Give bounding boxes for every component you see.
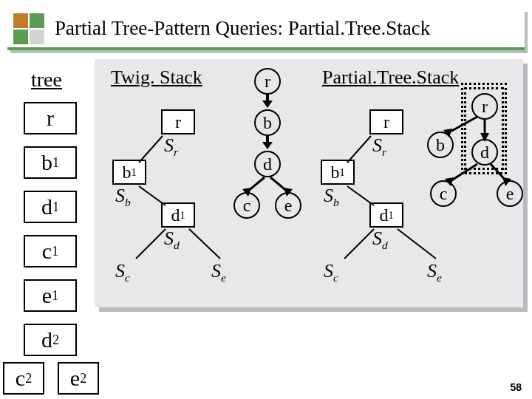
node-sub: 1: [52, 155, 59, 171]
tree-node-r: r: [24, 102, 77, 134]
cell-text: b: [122, 163, 131, 183]
circ-text: r: [265, 72, 270, 92]
tree-node-e1: e1: [24, 279, 77, 312]
node-text: c: [16, 366, 25, 391]
pts-cell-r: r: [369, 109, 403, 134]
panel-body: [95, 59, 523, 307]
circ-text: c: [440, 184, 448, 204]
pts-label-sc: Sc: [324, 260, 338, 284]
node-sub: 2: [80, 371, 86, 386]
node-text: d: [41, 327, 52, 352]
tree-node-d1: d1: [24, 191, 77, 223]
circ-text: e: [506, 184, 514, 204]
node-text: c: [42, 239, 52, 264]
ptsq-node-b: b: [427, 132, 454, 158]
node-sub: 2: [25, 371, 32, 386]
dotted-selection-rd-inner: [464, 87, 504, 170]
node-sub: 2: [52, 332, 59, 348]
circ-text: b: [436, 135, 445, 155]
node-text: e: [42, 283, 52, 308]
cell-sub: 1: [180, 209, 185, 222]
tree-heading: tree: [31, 68, 62, 92]
tree-node-b1: b1: [24, 146, 77, 179]
pts-label-sr: Sr: [372, 134, 386, 159]
node-sub: 1: [52, 200, 59, 215]
twig-label-sb: Sb: [115, 185, 131, 209]
tree-node-d2: d2: [24, 324, 77, 356]
node-text: r: [47, 106, 54, 131]
twig-label-sr: Sr: [164, 134, 178, 159]
circ-text: b: [263, 113, 272, 133]
query-node-e: e: [275, 192, 301, 219]
node-text: b: [41, 150, 52, 175]
query-node-c: c: [233, 192, 260, 219]
arrow-icon: [262, 95, 273, 108]
cell-text: r: [175, 112, 181, 132]
query-node-r: r: [254, 68, 281, 95]
pts-label-sd: Sd: [372, 228, 388, 252]
node-text: e: [70, 366, 80, 391]
node-sub: 1: [52, 244, 58, 259]
twigstack-heading: Twig. Stack: [111, 66, 202, 89]
twig-label-sd: Sd: [164, 228, 180, 252]
twig-cell-b1: b1: [112, 160, 146, 185]
header-bar: Partial Tree-Pattern Queries: Partial.Tr…: [7, 9, 525, 50]
logo-icon: [13, 13, 46, 46]
cell-text: b: [330, 163, 339, 183]
query-node-b: b: [254, 109, 281, 136]
tree-node-e2: e2: [58, 362, 99, 395]
slide-header: Partial Tree-Pattern Queries: Partial.Tr…: [7, 9, 525, 50]
arrow-icon: [262, 136, 273, 149]
cell-sub: 1: [388, 209, 393, 222]
cell-text: d: [379, 205, 388, 225]
node-text: d: [41, 194, 52, 219]
cell-text: r: [383, 112, 389, 132]
cell-sub: 1: [131, 166, 136, 179]
pts-label-se: Se: [427, 260, 442, 284]
cell-text: d: [171, 205, 180, 225]
pts-cell-b1: b1: [321, 160, 355, 185]
pts-cell-d1: d1: [369, 202, 403, 228]
ptsq-node-c: c: [430, 180, 457, 207]
circ-text: e: [284, 196, 293, 216]
page-number: 58: [510, 381, 522, 393]
ptsq-node-e: e: [497, 180, 523, 207]
query-node-d: d: [254, 151, 281, 177]
twig-cell-r: r: [161, 109, 195, 134]
pts-label-sb: Sb: [324, 185, 339, 209]
circ-text: d: [263, 154, 272, 174]
tree-node-c1: c1: [24, 235, 77, 267]
twig-cell-d1: d1: [161, 202, 195, 228]
slide-title: Partial Tree-Pattern Queries: Partial.Tr…: [55, 17, 430, 40]
content-panel: [95, 59, 523, 307]
circ-text: c: [243, 196, 251, 216]
twig-label-sc: Sc: [115, 260, 130, 284]
tree-node-c2: c2: [3, 362, 44, 395]
twig-label-se: Se: [211, 260, 226, 284]
cell-sub: 1: [339, 166, 344, 179]
node-sub: 1: [52, 288, 58, 304]
partialtreestack-heading: Partial.Tree.Stack: [322, 66, 459, 89]
